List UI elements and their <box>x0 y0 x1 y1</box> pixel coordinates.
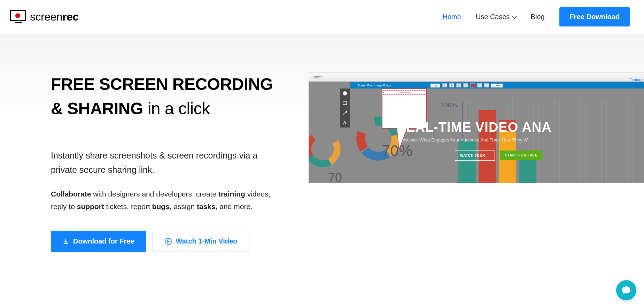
editor-btn <box>477 83 482 87</box>
editor-btn <box>484 83 489 87</box>
logo[interactable]: screenrec <box>10 10 79 24</box>
italic-icon: I <box>456 83 461 87</box>
download-for-free-button[interactable]: Download for Free <box>51 231 146 252</box>
free-download-button[interactable]: Free Download <box>559 7 630 26</box>
chat-bubble-icon <box>342 91 348 96</box>
hero-left: FREE SCREEN RECORDING & SHARING in a cli… <box>51 72 281 252</box>
nav-home[interactable]: Home <box>442 13 461 21</box>
watch-video-button[interactable]: Watch 1-Min Video <box>153 231 250 252</box>
download-button-label: Download for Free <box>73 237 134 245</box>
hero-right: ivider Featured ScreenRec Image Editor A… <box>309 72 644 252</box>
nav-usecases-label: Use Cases <box>476 13 510 21</box>
featured-label: Featured <box>629 78 644 82</box>
percent-label: 70% <box>382 142 412 160</box>
logo-text: screenrec <box>30 10 79 23</box>
overlay-subhead: Discover What Engages Your Audience And … <box>401 137 528 143</box>
hero-title: FREE SCREEN RECORDING & SHARING in a cli… <box>51 72 281 121</box>
overlay-headline: EAL-TIME VIDEO ANA <box>406 120 552 135</box>
chat-widget-button[interactable] <box>616 280 636 300</box>
nav-usecases[interactable]: Use Cases <box>476 13 516 21</box>
underline-icon: U <box>463 83 468 87</box>
donut-chart-icon <box>309 128 343 170</box>
svg-rect-0 <box>64 243 68 244</box>
percent-label: 100% <box>441 102 457 109</box>
svg-rect-2 <box>343 102 347 105</box>
editor-title: ScreenRec Image Editor <box>357 84 391 87</box>
text-icon: A <box>342 120 348 125</box>
start-free-button: START FOR FREE <box>500 151 542 160</box>
rectangle-icon <box>342 100 348 106</box>
header: screenrec Home Use Cases Blog Free Downl… <box>0 0 644 34</box>
nav-blog[interactable]: Blog <box>531 13 545 21</box>
color-icon <box>470 83 475 87</box>
hero-subtitle: Instantly share screenshots & screen rec… <box>51 148 281 177</box>
percent-label: 70 <box>328 170 342 183</box>
nav: Home Use Cases Blog Free Download <box>442 7 630 26</box>
callout-label: Change this <box>383 90 425 95</box>
preview-topbar: ivider <box>309 72 644 82</box>
download-icon <box>63 238 69 245</box>
arrow-icon <box>342 110 348 116</box>
logo-icon <box>10 10 27 24</box>
hero-buttons: Download for Free Watch 1-Min Video <box>51 231 281 252</box>
svg-point-1 <box>343 91 347 95</box>
svg-text:A: A <box>343 120 346 125</box>
preview-image: ivider Featured ScreenRec Image Editor A… <box>309 72 644 183</box>
zoom-field: 100% <box>491 84 502 87</box>
font-field: Arial <box>430 84 440 87</box>
editor-btn: 10 <box>442 83 447 87</box>
hero-body: Collaborate with designers and developer… <box>51 188 281 214</box>
editor-titlebar: ScreenRec Image Editor Arial 10 B I U 10… <box>350 82 644 88</box>
editor-sidebar: A <box>340 88 350 128</box>
watch-button-label: Watch 1-Min Video <box>176 237 238 245</box>
bold-icon: B <box>449 83 454 87</box>
chevron-down-icon <box>512 14 517 18</box>
bar-chart-icon <box>458 107 536 183</box>
chat-icon <box>621 286 631 295</box>
hero-section: FREE SCREEN RECORDING & SHARING in a cli… <box>0 34 644 252</box>
watch-tour-button: WATCH TOUR <box>455 151 495 161</box>
play-icon <box>165 238 172 245</box>
